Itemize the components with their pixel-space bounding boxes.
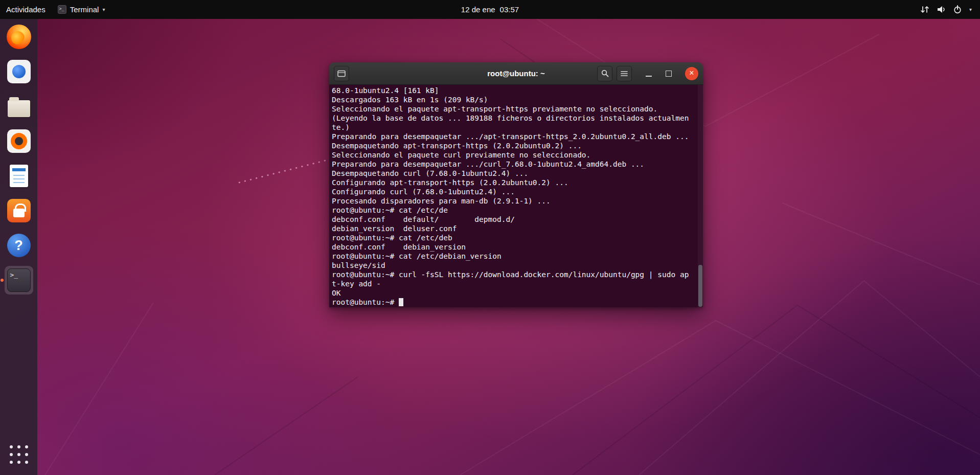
app-menu[interactable]: Terminal ▾ xyxy=(52,0,111,19)
dock-item-rhythmbox[interactable] xyxy=(5,127,33,155)
terminal-window: root@ubuntu: ~ xyxy=(329,62,703,307)
activities-button[interactable]: Actividades xyxy=(0,0,52,19)
terminal-line: debconf.conf debian_version xyxy=(332,242,703,252)
terminal-line: Desempaquetando curl (7.68.0-1ubuntu2.4)… xyxy=(332,169,703,178)
terminal-line: Descargados 163 kB en 1s (209 kB/s) xyxy=(332,95,703,104)
network-icon[interactable] xyxy=(920,5,929,14)
terminal-line: te.) xyxy=(332,123,703,132)
close-button[interactable] xyxy=(685,67,698,80)
system-tray: ▾ xyxy=(912,0,980,19)
menu-button[interactable] xyxy=(617,66,632,81)
terminal-line: Seleccionando el paquete curl previament… xyxy=(332,150,703,160)
terminal-cursor xyxy=(399,298,403,306)
terminal-body[interactable]: 68.0-1ubuntu2.4 [161 kB]Descargados 163 … xyxy=(329,85,703,307)
terminal-scrollbar-thumb[interactable] xyxy=(698,265,702,307)
terminal-headerbar: root@ubuntu: ~ xyxy=(329,62,703,85)
dock xyxy=(0,19,37,475)
ubuntu-software-icon xyxy=(7,199,31,222)
terminal-line: (Leyendo la base de datos ... 189188 fic… xyxy=(332,114,703,123)
new-tab-button[interactable] xyxy=(334,66,349,81)
terminal-line: t-key add - xyxy=(332,279,703,288)
terminal-line: OK xyxy=(332,288,703,298)
dock-item-terminal[interactable] xyxy=(5,266,33,295)
terminal-prompt-line: root@ubuntu:~# xyxy=(332,298,703,307)
search-button[interactable] xyxy=(597,66,612,81)
clock-date: 12 de ene xyxy=(461,5,495,14)
terminal-line: 68.0-1ubuntu2.4 [161 kB] xyxy=(332,86,703,95)
terminal-line: Desempaquetando apt-transport-https (2.0… xyxy=(332,141,703,150)
terminal-app-icon xyxy=(58,5,66,14)
clock[interactable]: 12 de ene 03:57 xyxy=(456,0,524,19)
terminal-icon xyxy=(7,268,31,292)
dock-item-firefox[interactable] xyxy=(5,22,33,51)
terminal-line: bullseye/sid xyxy=(332,261,703,270)
dock-item-libreoffice-writer[interactable] xyxy=(5,162,33,190)
terminal-line: Configurando apt-transport-https (2.0.2u… xyxy=(332,178,703,187)
firefox-icon xyxy=(7,25,31,49)
terminal-line: debian_version deluser.conf xyxy=(332,224,703,233)
search-icon xyxy=(601,70,609,77)
files-icon xyxy=(8,100,30,117)
terminal-prompt: root@ubuntu:~# xyxy=(332,298,399,306)
dock-item-ubuntu-software[interactable] xyxy=(5,196,33,225)
terminal-line: root@ubuntu:~# curl -fsSL https://downlo… xyxy=(332,270,703,279)
terminal-lines: 68.0-1ubuntu2.4 [161 kB]Descargados 163 … xyxy=(332,86,703,298)
menu-icon xyxy=(621,71,628,77)
top-bar: Actividades Terminal ▾ 12 de ene 03:57 xyxy=(0,0,980,19)
terminal-line: Configurando curl (7.68.0-1ubuntu2.4) ..… xyxy=(332,187,703,196)
terminal-line: debconf.conf default/ depmod.d/ xyxy=(332,215,703,224)
rhythmbox-icon xyxy=(7,129,31,153)
volume-icon[interactable] xyxy=(937,6,946,13)
terminal-line: Preparando para desempaquetar .../curl_7… xyxy=(332,160,703,169)
minimize-button[interactable] xyxy=(645,70,652,77)
chevron-down-icon: ▾ xyxy=(102,7,105,12)
dock-item-messaging[interactable] xyxy=(5,57,33,86)
new-tab-icon xyxy=(337,70,346,77)
help-icon xyxy=(7,234,31,257)
terminal-line: Seleccionando el paquete apt-transport-h… xyxy=(332,104,703,114)
terminal-line: root@ubuntu:~# cat /etc/debian_version xyxy=(332,252,703,261)
terminal-line: root@ubuntu:~# cat /etc/de xyxy=(332,206,703,215)
dock-item-help[interactable] xyxy=(5,231,33,260)
app-menu-label: Terminal xyxy=(70,5,99,14)
window-title: root@ubuntu: ~ xyxy=(487,69,545,78)
show-applications-button[interactable] xyxy=(6,441,32,468)
power-icon[interactable] xyxy=(953,5,962,14)
terminal-line: root@ubuntu:~# cat /etc/deb xyxy=(332,233,703,242)
terminal-line: Procesando disparadores para man-db (2.9… xyxy=(332,196,703,206)
dock-item-files[interactable] xyxy=(5,92,33,121)
terminal-line: Preparando para desempaquetar .../apt-tr… xyxy=(332,132,703,141)
messaging-icon xyxy=(7,60,31,83)
libreoffice-writer-icon xyxy=(10,165,28,187)
maximize-button[interactable] xyxy=(666,71,672,77)
clock-time: 03:57 xyxy=(500,5,519,14)
terminal-scrollbar[interactable] xyxy=(698,85,703,307)
tray-chevron-down-icon[interactable]: ▾ xyxy=(969,7,972,12)
